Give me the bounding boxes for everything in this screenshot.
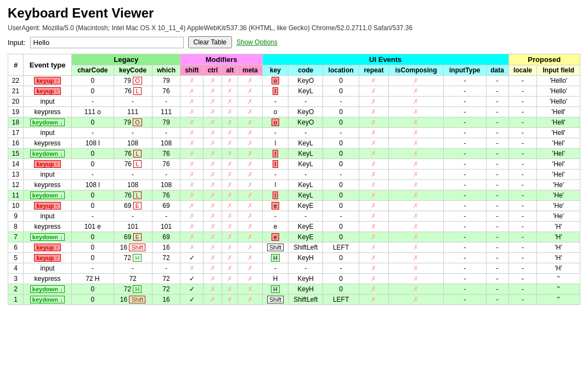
cell-ctrl: ✗ — [203, 211, 222, 222]
cell-data: - — [486, 274, 508, 284]
cell-alt: ✗ — [222, 222, 238, 232]
cell-key: - — [262, 97, 288, 107]
cell-which: 76 — [152, 86, 180, 97]
cell-iscomposing: ✗ — [388, 159, 443, 170]
cell-which: 108 — [152, 180, 180, 190]
cell-num: 5 — [8, 253, 24, 263]
cell-ctrl: ✗ — [203, 76, 222, 86]
cell-meta: ✗ — [238, 138, 263, 149]
cell-repeat: ✗ — [359, 128, 388, 138]
cell-shift: ✗ — [180, 242, 203, 253]
cell-locale: - — [508, 128, 537, 138]
cell-keycode: 108 — [114, 180, 152, 190]
cell-num: 3 — [8, 274, 24, 284]
table-row: 1keydown ↓016 Shift16✓✗✗✗ShiftShiftLeftL… — [8, 295, 580, 305]
cell-meta: ✗ — [238, 107, 263, 117]
cell-shift: ✗ — [180, 149, 203, 159]
cell-charcode: 0 — [72, 190, 114, 201]
cell-alt: ✗ — [222, 159, 238, 170]
cell-location: - — [323, 263, 359, 274]
cell-inputtype: - — [443, 159, 486, 170]
cell-iscomposing: ✗ — [388, 170, 443, 180]
cell-locale: - — [508, 76, 537, 86]
cell-inputfield: " — [537, 284, 580, 295]
cell-ctrl: ✗ — [203, 117, 222, 128]
cell-inputtype: - — [443, 138, 486, 149]
cell-meta: ✗ — [238, 86, 263, 97]
cell-eventtype: input — [24, 170, 72, 180]
cell-data: - — [486, 242, 508, 253]
cell-which: - — [152, 97, 180, 107]
cell-repeat: ✗ — [359, 222, 388, 232]
cell-iscomposing: ✗ — [388, 76, 443, 86]
cell-key: e — [262, 232, 288, 242]
cell-meta: ✗ — [238, 274, 263, 284]
cell-keycode: 76 L — [114, 190, 152, 201]
cell-inputtype: - — [443, 232, 486, 242]
cell-shift: ✗ — [180, 180, 203, 190]
cell-alt: ✗ — [222, 76, 238, 86]
col-iscomposing: isComposing — [388, 65, 443, 76]
cell-locale: - — [508, 211, 537, 222]
cell-repeat: ✗ — [359, 170, 388, 180]
cell-inputfield: 'Hel' — [537, 138, 580, 149]
cell-alt: ✗ — [222, 232, 238, 242]
show-options-link[interactable]: Show Options — [236, 38, 278, 46]
cell-repeat: ✗ — [359, 149, 388, 159]
cell-data: - — [486, 253, 508, 263]
table-row: 11keydown ↓076 L76✗✗✗✗lKeyL0✗✗---'He' — [8, 190, 580, 201]
cell-shift: ✗ — [180, 190, 203, 201]
table-row: 22keyup ↑079 O79✗✗✗✗oKeyO0✗✗---'Hello' — [8, 76, 580, 86]
cell-key: l — [262, 180, 288, 190]
input-label: Input: — [8, 38, 26, 47]
clear-button[interactable]: Clear Table — [188, 36, 232, 48]
cell-code: KeyE — [289, 222, 323, 232]
cell-alt: ✗ — [222, 180, 238, 190]
table-row: 20input---✗✗✗✗---✗✗---'Hello' — [8, 97, 580, 107]
cell-inputfield: 'Hel' — [537, 159, 580, 170]
cell-charcode: 0 — [72, 253, 114, 263]
cell-locale: - — [508, 222, 537, 232]
cell-shift: ✗ — [180, 117, 203, 128]
cell-key: l — [262, 159, 288, 170]
cell-key: Shift — [262, 242, 288, 253]
cell-inputfield: 'Hello' — [537, 86, 580, 97]
cell-inputfield: 'Hell' — [537, 128, 580, 138]
cell-ctrl: ✗ — [203, 201, 222, 211]
cell-inputtype: - — [443, 117, 486, 128]
cell-location: 0 — [323, 232, 359, 242]
cell-ctrl: ✗ — [203, 190, 222, 201]
cell-charcode: 0 — [72, 117, 114, 128]
cell-repeat: ✗ — [359, 159, 388, 170]
cell-inputfield: 'He' — [537, 180, 580, 190]
cell-inputfield: 'Hell' — [537, 117, 580, 128]
cell-data: - — [486, 180, 508, 190]
cell-which: 101 — [152, 222, 180, 232]
cell-ctrl: ✗ — [203, 232, 222, 242]
cell-locale: - — [508, 149, 537, 159]
col-code: code — [289, 65, 323, 76]
cell-meta: ✗ — [238, 159, 263, 170]
cell-repeat: ✗ — [359, 263, 388, 274]
cell-data: - — [486, 211, 508, 222]
cell-inputtype: - — [443, 263, 486, 274]
cell-which: 111 — [152, 107, 180, 117]
input-field[interactable] — [30, 37, 184, 48]
cell-alt: ✗ — [222, 242, 238, 253]
table-row: 19keypress111 o111111✗✗✗✗oKeyO0✗✗---'Hel… — [8, 107, 580, 117]
cell-charcode: 0 — [72, 242, 114, 253]
cell-charcode: 0 — [72, 76, 114, 86]
cell-eventtype: input — [24, 97, 72, 107]
cell-charcode: - — [72, 211, 114, 222]
cell-ctrl: ✗ — [203, 274, 222, 284]
col-shift: shift — [180, 65, 203, 76]
cell-shift: ✓ — [180, 274, 203, 284]
cell-data: - — [486, 295, 508, 305]
cell-keycode: 76 L — [114, 159, 152, 170]
cell-key: l — [262, 138, 288, 149]
col-header-eventtype: Event type — [24, 54, 72, 76]
cell-location: 0 — [323, 86, 359, 97]
cell-which: 72 — [152, 284, 180, 295]
col-data: data — [486, 65, 508, 76]
cell-charcode: 101 e — [72, 222, 114, 232]
